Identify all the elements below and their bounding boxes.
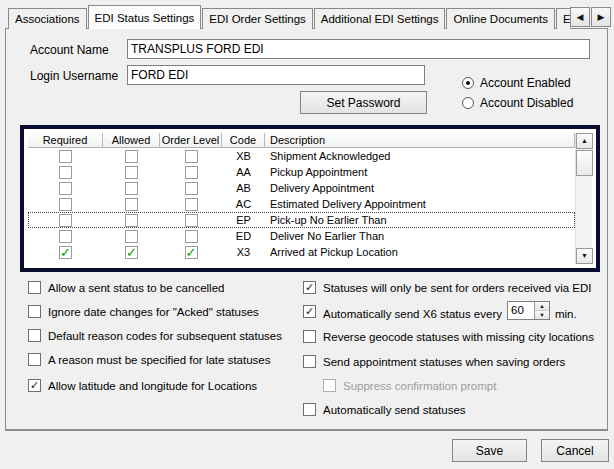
checkbox[interactable] — [185, 166, 198, 179]
checkbox[interactable]: ✓ — [59, 246, 72, 259]
x6-interval-value[interactable]: 60 — [508, 302, 534, 319]
checkbox[interactable] — [125, 214, 138, 227]
checkbox[interactable] — [125, 150, 138, 163]
option-label: Automatically send X6 status every60▲▼mi… — [323, 305, 577, 324]
column-header-description[interactable]: Description — [265, 133, 575, 148]
checkbox[interactable]: ✓ — [185, 246, 198, 259]
checkbox[interactable] — [303, 403, 316, 416]
column-header-order-level[interactable]: Order Level — [160, 133, 222, 148]
option-send-appointment-statuses[interactable]: Send appointment statuses when saving or… — [303, 355, 565, 369]
tab-associations[interactable]: Associations — [8, 8, 87, 29]
checkbox[interactable] — [28, 353, 41, 366]
checkbox[interactable] — [125, 182, 138, 195]
checkbox[interactable]: ✓ — [125, 246, 138, 259]
table-row-xb[interactable]: XBShipment Acknowledged — [28, 148, 575, 164]
account-name-input[interactable] — [127, 39, 590, 59]
table-row-ac[interactable]: ACEstimated Delivery Appointment — [28, 196, 575, 212]
login-username-input[interactable] — [127, 65, 425, 85]
code-cell: XB — [222, 148, 265, 164]
checkbox[interactable] — [28, 305, 41, 318]
code-cell: AC — [222, 196, 265, 212]
account-enabled-label: Account Enabled — [480, 76, 571, 90]
table-row-x3[interactable]: ✓✓✓X3Arrived at Pickup Location — [28, 244, 575, 260]
option-a-reason-must-be-specified-for-late-statuses[interactable]: A reason must be specified for late stat… — [28, 353, 270, 367]
set-password-button[interactable]: Set Password — [300, 91, 427, 114]
tab-edi-in[interactable]: EDI In — [556, 8, 570, 29]
tab-online-documents[interactable]: Online Documents — [446, 8, 555, 29]
option-ignore-date-changes-for-acked-statuses[interactable]: Ignore date changes for "Acked" statuses — [28, 305, 259, 319]
edi-account-dialog: AssociationsEDI Status SettingsEDI Order… — [0, 0, 614, 469]
checkbox[interactable] — [28, 281, 41, 294]
checkbox[interactable] — [59, 150, 72, 163]
tab-edi-order-settings[interactable]: EDI Order Settings — [202, 8, 313, 29]
spinner-up-icon[interactable]: ▲ — [535, 302, 549, 311]
checkbox[interactable] — [59, 230, 72, 243]
checkbox[interactable] — [185, 150, 198, 163]
code-cell: AB — [222, 180, 265, 196]
checkbox[interactable] — [185, 182, 198, 195]
checkbox[interactable] — [59, 166, 72, 179]
tab-scroll-right-button[interactable]: ▶ — [591, 7, 611, 27]
column-header-required[interactable]: Required — [28, 133, 103, 148]
x6-label-after: min. — [555, 308, 577, 320]
option-allow-a-sent-status-to-be-cancelled[interactable]: Allow a sent status to be cancelled — [28, 281, 224, 295]
checkbox[interactable] — [303, 330, 316, 343]
option-default-reason-codes-for-subsequent-statuses[interactable]: Default reason codes for subsequent stat… — [28, 329, 282, 343]
checkbox[interactable] — [303, 355, 316, 368]
status-codes-list: RequiredAllowedOrder LevelCodeDescriptio… — [28, 133, 592, 264]
column-header-allowed[interactable]: Allowed — [103, 133, 160, 148]
description-cell: Delivery Appointment — [265, 180, 575, 196]
checkbox[interactable] — [28, 329, 41, 342]
column-header-code[interactable]: Code — [222, 133, 265, 148]
table-row-ep[interactable]: EPPick-up No Earlier Than — [28, 212, 575, 228]
checkbox[interactable] — [59, 198, 72, 211]
checkbox[interactable] — [59, 214, 72, 227]
description-cell: Pickup Appointment — [265, 164, 575, 180]
code-cell: ED — [222, 228, 265, 244]
description-cell: Shipment Acknowledged — [265, 148, 575, 164]
tab-additional-edi-settings[interactable]: Additional EDI Settings — [314, 8, 446, 29]
checkbox[interactable] — [185, 230, 198, 243]
checkbox[interactable] — [185, 214, 198, 227]
option-reverse-geocode[interactable]: Reverse geocode statuses with missing ci… — [303, 330, 594, 344]
scroll-up-icon[interactable]: ▲ — [576, 133, 593, 149]
tab-strip: AssociationsEDI Status SettingsEDI Order… — [8, 4, 570, 29]
checkbox[interactable]: ✓ — [28, 379, 41, 392]
table-row-aa[interactable]: AAPickup Appointment — [28, 164, 575, 180]
tab-scroll-left-button[interactable]: ◀ — [570, 7, 590, 27]
description-cell: Pick-up No Earlier Than — [265, 212, 575, 228]
option-statuses-only-via-edi[interactable]: ✓ Statuses will only be sent for orders … — [303, 281, 591, 295]
x6-interval-spinner[interactable]: 60▲▼ — [507, 301, 550, 320]
option-automatically-send-statuses[interactable]: Automatically send statuses — [303, 403, 466, 417]
checkbox[interactable] — [125, 166, 138, 179]
table-row-ed[interactable]: EDDeliver No Earlier Than — [28, 228, 575, 244]
tab-edi-status-settings[interactable]: EDI Status Settings — [88, 5, 202, 29]
vertical-scrollbar[interactable]: ▲ ▼ — [575, 133, 592, 264]
account-disabled-radio-row[interactable]: Account Disabled — [462, 96, 573, 110]
code-cell: EP — [222, 212, 265, 228]
option-label: Reverse geocode statuses with missing ci… — [323, 330, 594, 344]
table-row-ab[interactable]: ABDelivery Appointment — [28, 180, 575, 196]
option-allow-latitude-and-longitude-for-locations[interactable]: ✓Allow latitude and longitude for Locati… — [28, 379, 257, 393]
option-auto-send-x6[interactable]: ✓ Automatically send X6 status every60▲▼… — [303, 305, 577, 324]
save-button[interactable]: Save — [452, 439, 527, 462]
scrollbar-thumb[interactable] — [576, 150, 593, 176]
cancel-button[interactable]: Cancel — [541, 439, 609, 462]
x6-label-before: Automatically send X6 status every — [323, 308, 502, 320]
account-disabled-radio[interactable] — [462, 97, 474, 109]
account-enabled-radio-row[interactable]: Account Enabled — [462, 76, 571, 90]
checkbox[interactable]: ✓ — [303, 281, 316, 294]
option-label: Automatically send statuses — [323, 403, 466, 417]
checkbox[interactable] — [125, 198, 138, 211]
spinner-down-icon[interactable]: ▼ — [535, 311, 549, 319]
option-label: Default reason codes for subsequent stat… — [48, 329, 282, 343]
checkbox[interactable] — [59, 182, 72, 195]
option-label: Send appointment statuses when saving or… — [323, 355, 565, 369]
checkbox[interactable] — [185, 198, 198, 211]
checkbox[interactable] — [125, 230, 138, 243]
option-label: Suppress confirmation prompt — [343, 379, 496, 393]
account-disabled-label: Account Disabled — [480, 96, 573, 110]
scroll-down-icon[interactable]: ▼ — [576, 248, 593, 264]
checkbox[interactable]: ✓ — [303, 305, 316, 318]
account-enabled-radio[interactable] — [462, 77, 474, 89]
